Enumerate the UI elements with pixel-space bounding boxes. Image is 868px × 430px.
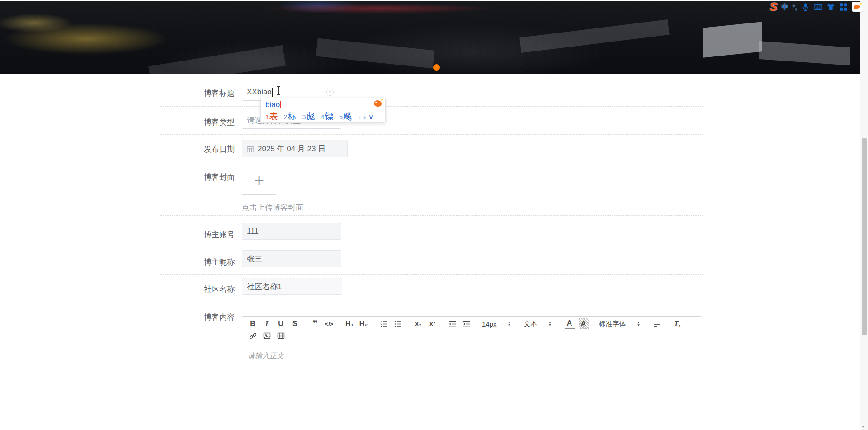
ime-candidate-4[interactable]: 4镖 (321, 110, 333, 123)
superscript-button[interactable]: X² (427, 318, 437, 329)
ime-pinyin-text: biao (265, 100, 280, 109)
unordered-list-icon[interactable] (393, 318, 403, 329)
ime-candidate-3[interactable]: 3彪 (302, 110, 315, 123)
ordered-list-icon[interactable] (379, 318, 389, 329)
row-divider (160, 247, 703, 247)
community-name-value: 社区名称1 (247, 281, 282, 292)
scrollbar-down-arrow[interactable]: ▾ (862, 425, 864, 429)
row-divider (160, 106, 703, 107)
text-color-button[interactable]: A (565, 318, 575, 329)
publish-date-picker[interactable]: 2025 年 04 月 23 日 (242, 140, 348, 157)
community-name-label: 社区名称 (160, 284, 235, 294)
row-divider (160, 302, 703, 302)
sogou-logo-icon[interactable]: S (769, 2, 777, 12)
code-button[interactable]: </> (324, 318, 334, 329)
ime-candidate-1[interactable]: 1表 (265, 110, 278, 123)
blogger-account-label: 博主账号 (160, 229, 235, 240)
blogger-nickname-value: 张三 (247, 254, 262, 264)
vertical-scrollbar[interactable]: ▾ (860, 0, 868, 430)
banner-building-shape (760, 41, 850, 65)
updown-arrows-icon: ▴▾ (509, 321, 510, 327)
blogger-nickname-label: 博主昵称 (160, 257, 235, 267)
banner-building-shape (703, 22, 762, 58)
rich-text-editor: B I U S ❞ </> H₁ H₂ X₂ (242, 316, 701, 430)
video-icon[interactable] (276, 330, 286, 341)
blog-title-value: XXbiao (247, 88, 272, 97)
blogger-account-value: 111 (247, 227, 259, 236)
toolbox-grid-icon[interactable] (839, 3, 848, 11)
link-icon[interactable] (248, 330, 258, 341)
row-divider (160, 274, 703, 275)
blog-type-label: 博客类型 (160, 117, 235, 127)
sogou-ime-toolbar: S 中 °, (769, 1, 863, 13)
publish-date-value: 2025 年 04 月 23 日 (258, 144, 326, 154)
indent-icon[interactable] (462, 318, 472, 329)
blogger-nickname-input[interactable]: 张三 (242, 250, 341, 267)
sogou-emoji-icon[interactable] (852, 2, 863, 12)
ime-candidate-5[interactable]: 5飚 (339, 110, 352, 123)
calendar-icon (247, 145, 254, 152)
ime-candidates-row: 1表 2标 3彪 4镖 5飚 ‹ › ∨ (265, 110, 381, 123)
ime-expand-icon[interactable]: ∨ (368, 111, 373, 123)
ime-candidate-2[interactable]: 2标 (284, 110, 297, 123)
clear-format-button[interactable]: Tₓ (673, 318, 683, 329)
heading2-button[interactable]: H₂ (359, 318, 368, 329)
ime-caret (280, 101, 281, 108)
blogger-account-input[interactable]: 111 (242, 223, 341, 240)
subscript-button[interactable]: X₂ (413, 318, 423, 329)
editor-toolbar-row2 (242, 329, 701, 344)
ime-prev-page-icon[interactable]: ‹ (359, 111, 361, 123)
text-style-dropdown[interactable]: 文本 ▴▾ (524, 320, 551, 328)
skin-shirt-icon[interactable] (826, 3, 835, 11)
blog-cover-label: 博客封面 (160, 172, 235, 182)
text-caret (272, 88, 273, 97)
sogou-mini-logo-icon[interactable] (374, 100, 382, 107)
chinese-mode-icon[interactable]: 中 (782, 3, 788, 11)
highlight-color-button[interactable]: A (579, 318, 589, 329)
banner-rooftop-shape (519, 19, 670, 53)
keyboard-icon[interactable] (814, 3, 822, 11)
image-icon[interactable] (262, 330, 272, 341)
ime-next-page-icon[interactable]: › (363, 111, 366, 123)
text-style-value: 文本 (524, 320, 538, 328)
cover-upload-hint: 点击上传博客封面 (242, 202, 303, 213)
bold-button[interactable]: B (248, 318, 258, 329)
strikethrough-button[interactable]: S (290, 318, 300, 329)
row-divider (160, 134, 703, 135)
editor-content-area[interactable]: 请输入正文 (242, 344, 701, 368)
blog-content-label: 博客内容 (160, 312, 235, 322)
blockquote-button[interactable]: ❞ (310, 318, 320, 329)
font-family-dropdown[interactable]: 标准字体 ▴▾ (599, 320, 640, 328)
ime-nav: ‹ › ∨ (359, 111, 373, 123)
clear-icon[interactable]: × (326, 89, 334, 96)
plus-icon: + (254, 172, 264, 189)
ime-candidate-panel: biao 1表 2标 3彪 4镖 5飚 ‹ › ∨ (260, 98, 386, 123)
italic-button[interactable]: I (262, 318, 272, 329)
row-divider (160, 215, 703, 216)
underline-button[interactable]: U (276, 318, 286, 329)
cover-upload-button[interactable]: + (242, 166, 276, 195)
blog-title-label: 博客标题 (160, 88, 235, 98)
microphone-icon[interactable] (801, 3, 810, 11)
publish-date-label: 发布日期 (160, 144, 235, 154)
align-icon[interactable] (652, 318, 662, 329)
carousel-dot-active[interactable] (433, 64, 440, 71)
heading1-button[interactable]: H₁ (344, 318, 354, 329)
banner-rooftop-shape (148, 45, 286, 74)
banner-image (0, 1, 860, 74)
updown-arrows-icon: ▴▾ (549, 321, 551, 327)
ime-pinyin-row: biao (265, 99, 381, 110)
punctuation-icon[interactable]: °, (793, 3, 797, 11)
outdent-icon[interactable] (448, 318, 458, 329)
mouse-ibeam-cursor (276, 86, 281, 96)
scrollbar-thumb[interactable] (862, 138, 867, 335)
editor-placeholder: 请输入正文 (248, 352, 284, 360)
updown-arrows-icon: ▴▾ (638, 321, 640, 327)
font-size-dropdown[interactable]: 14px ▴▾ (482, 320, 510, 328)
editor-toolbar-row1: B I U S ❞ </> H₁ H₂ X₂ (242, 317, 701, 329)
font-family-value: 标准字体 (599, 320, 626, 328)
banner-rooftop-shape (316, 38, 435, 69)
page: S 中 °, 博客标题 XXbiao × 博客类型 请选择博客类型 发布日期 (0, 0, 868, 430)
community-name-input[interactable]: 社区名称1 (242, 278, 342, 295)
font-size-value: 14px (482, 320, 497, 328)
